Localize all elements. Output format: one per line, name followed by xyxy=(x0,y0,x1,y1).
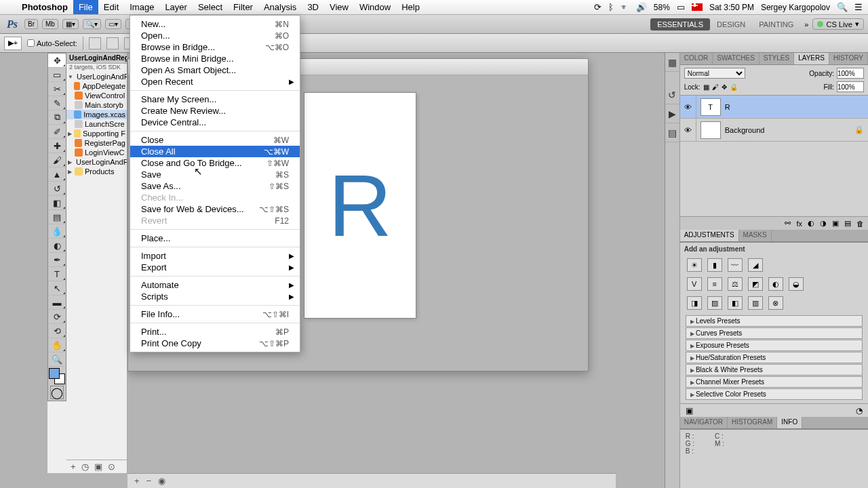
app-name[interactable]: Photoshop xyxy=(16,2,73,12)
3d-tool[interactable]: ⟳ xyxy=(48,310,66,324)
nav-item[interactable]: ▼UserLoginAndReg xyxy=(66,72,127,81)
align-icon[interactable] xyxy=(89,37,101,49)
nav-item[interactable]: ▶Products xyxy=(66,167,127,176)
hue-adj-icon[interactable]: ≡ xyxy=(707,277,722,291)
preset-item[interactable]: Channel Mixer Presets xyxy=(686,376,863,388)
gradientmap-adj-icon[interactable]: ▥ xyxy=(748,296,763,310)
adj-clip-icon[interactable]: ▣ xyxy=(686,406,693,415)
menu-edit[interactable]: Edit xyxy=(98,0,124,14)
hand-tool[interactable]: ✋ xyxy=(48,338,66,352)
menuitem-automate[interactable]: Automate▶ xyxy=(130,279,300,291)
invert-adj-icon[interactable]: ◨ xyxy=(687,296,702,310)
menu-analysis[interactable]: Analysis xyxy=(258,0,302,14)
move-tool[interactable]: ✥ xyxy=(48,54,66,68)
tab-history[interactable]: HISTORY xyxy=(829,53,868,64)
workspace-design[interactable]: DESIGN xyxy=(710,18,752,30)
menuitem-share-my-screen-[interactable]: Share My Screen... xyxy=(130,94,300,105)
menu-extras-icon[interactable]: ☰ xyxy=(854,2,863,12)
blend-mode-select[interactable]: Normal xyxy=(684,68,745,79)
bridge-button[interactable]: Br xyxy=(24,19,38,29)
preset-item[interactable]: Hue/Saturation Presets xyxy=(686,352,863,363)
nav-item[interactable]: RegisterPag xyxy=(66,138,127,148)
menuitem-place-[interactable]: Place... xyxy=(130,232,300,244)
battery-icon[interactable]: ▭ xyxy=(677,2,685,12)
blur-tool[interactable]: 💧 xyxy=(48,224,66,239)
add-button[interactable]: + xyxy=(71,462,76,472)
layer-row[interactable]: 👁Background🔒 xyxy=(680,119,868,142)
pen-tool[interactable]: ✒ xyxy=(48,253,66,267)
adj-reset-icon[interactable]: ◔ xyxy=(856,406,863,415)
remove-button[interactable]: − xyxy=(146,476,152,486)
workspace-painting[interactable]: PAINTING xyxy=(752,18,800,30)
menuitem-create-new-review-[interactable]: Create New Review... xyxy=(130,105,300,117)
tab-swatches[interactable]: SWATCHES xyxy=(713,53,760,64)
menu-layer[interactable]: Layer xyxy=(159,0,193,14)
tab-layers[interactable]: LAYERS xyxy=(794,53,829,64)
preset-item[interactable]: Black & White Presets xyxy=(686,364,863,375)
menuitem-print-[interactable]: Print...⌘P xyxy=(130,326,300,338)
adjustment-layer-icon[interactable]: ◑ xyxy=(820,219,827,228)
layer-style-icon[interactable]: fx xyxy=(796,220,802,228)
nav-item[interactable]: ViewControl xyxy=(66,91,127,100)
brush-tool[interactable]: 🖌 xyxy=(48,153,66,167)
nav-item[interactable]: AppDelegate xyxy=(66,81,127,91)
lasso-tool[interactable]: ✂ xyxy=(48,82,66,96)
vibrance-adj-icon[interactable]: V xyxy=(687,277,702,291)
tool-preset-picker[interactable]: ▶+ xyxy=(4,37,22,50)
layer-row[interactable]: 👁TR xyxy=(680,96,868,119)
selectivecolor-adj-icon[interactable]: ⊗ xyxy=(768,296,783,310)
visibility-icon[interactable]: 👁 xyxy=(680,96,696,118)
menu-view[interactable]: View xyxy=(324,0,354,14)
actions-panel-icon[interactable]: ▶ xyxy=(665,104,679,123)
filter-scm-icon[interactable]: ▣ xyxy=(94,462,102,472)
tab-color[interactable]: COLOR xyxy=(680,53,713,64)
photofilter-adj-icon[interactable]: ◐ xyxy=(768,277,783,291)
add-button[interactable]: + xyxy=(134,476,140,486)
menuitem-save-for-web-devices-[interactable]: Save for Web & Devices...⌥⇧⌘S xyxy=(130,203,300,215)
menuitem-browse-in-bridge-[interactable]: Browse in Bridge...⌥⌘O xyxy=(130,41,300,53)
auto-select-checkbox[interactable]: Auto-Select: xyxy=(27,39,77,47)
nav-item[interactable]: Main.storyb xyxy=(66,100,127,110)
minibridge-panel-icon[interactable]: ▦ xyxy=(665,53,679,72)
menu-help[interactable]: Help xyxy=(396,0,425,14)
dodge-tool[interactable]: ◐ xyxy=(48,239,66,253)
more-workspaces-button[interactable]: » xyxy=(804,20,808,28)
fill-input[interactable] xyxy=(837,81,864,92)
marquee-tool[interactable]: ▭ xyxy=(48,68,66,82)
menu-select[interactable]: Select xyxy=(193,0,228,14)
quickselect-tool[interactable]: ✎ xyxy=(48,96,66,110)
posterize-adj-icon[interactable]: ▨ xyxy=(707,296,722,310)
3dcamera-tool[interactable]: ⟲ xyxy=(48,324,66,338)
path-tool[interactable]: ↖ xyxy=(48,281,66,296)
tab-styles[interactable]: STYLES xyxy=(760,53,794,64)
menu-3d[interactable]: 3D xyxy=(302,0,324,14)
colorbalance-adj-icon[interactable]: ⚖ xyxy=(728,277,743,291)
menuitem-browse-in-mini-bridge-[interactable]: Browse in Mini Bridge... xyxy=(130,53,300,64)
menuitem-import[interactable]: Import▶ xyxy=(130,250,300,262)
threshold-adj-icon[interactable]: ◧ xyxy=(728,296,743,310)
menuitem-open-recent[interactable]: Open Recent▶ xyxy=(130,76,300,87)
menuitem-open-[interactable]: Open...⌘O xyxy=(130,30,300,41)
new-layer-icon[interactable]: ▤ xyxy=(844,219,851,228)
sync-icon[interactable]: ⟳ xyxy=(594,2,601,12)
gradient-tool[interactable]: ▤ xyxy=(48,210,66,224)
exposure-adj-icon[interactable]: ◢ xyxy=(748,258,763,272)
bluetooth-icon[interactable]: ᛒ xyxy=(608,2,614,12)
filter-icon[interactable]: ⊙ xyxy=(108,462,115,472)
tab-navigator[interactable]: NAVIGATOR xyxy=(680,417,728,428)
lock-position-icon[interactable]: ✥ xyxy=(722,83,727,91)
brightness-adj-icon[interactable]: ☀ xyxy=(687,258,702,272)
quick-mask-button[interactable]: ◯ xyxy=(50,386,64,399)
curves-adj-icon[interactable]: 〰 xyxy=(728,258,743,272)
menuitem-close-all[interactable]: Close All⌥⌘W xyxy=(130,146,300,157)
menuitem-close-and-go-to-bridge-[interactable]: Close and Go To Bridge...⇧⌘W xyxy=(130,157,300,169)
tab-histogram[interactable]: HISTOGRAM xyxy=(728,417,777,428)
nav-item[interactable]: LoginViewC xyxy=(66,148,127,157)
preset-item[interactable]: Curves Presets xyxy=(686,327,863,339)
bw-adj-icon[interactable]: ◩ xyxy=(748,277,763,291)
menuitem-close[interactable]: Close⌘W xyxy=(130,134,300,146)
group-icon[interactable]: ▣ xyxy=(832,219,839,228)
menuitem-print-one-copy[interactable]: Print One Copy⌥⇧⌘P xyxy=(130,338,300,349)
tab-info[interactable]: INFO xyxy=(777,417,802,428)
canvas[interactable]: R xyxy=(304,93,416,318)
